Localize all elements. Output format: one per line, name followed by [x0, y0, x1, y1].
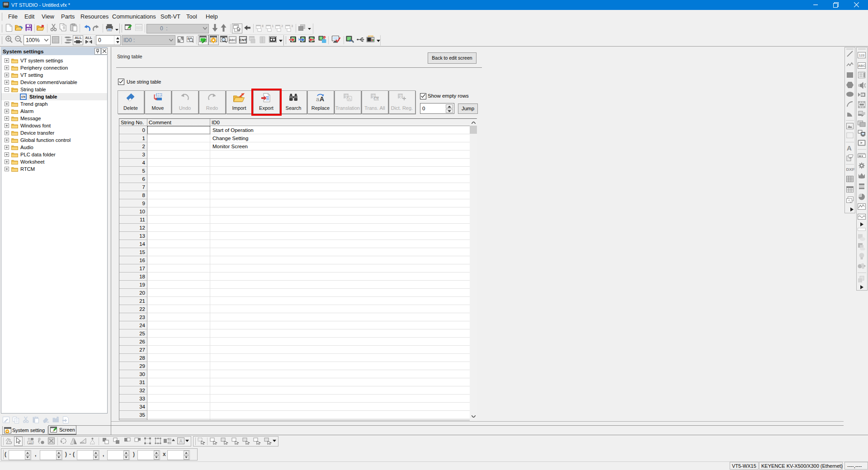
- svg-text:1: 1: [272, 24, 274, 28]
- svg-text:ALL: ALL: [374, 97, 379, 100]
- svg-text:2: 2: [281, 24, 283, 28]
- svg-text:123: 123: [859, 53, 865, 57]
- svg-text:A: A: [348, 97, 351, 101]
- svg-text:ABC: ABC: [858, 64, 866, 68]
- svg-text:A: A: [320, 95, 324, 102]
- svg-text:CNT: CNT: [240, 38, 247, 42]
- svg-text:B: B: [262, 24, 264, 28]
- svg-text:文: 文: [399, 94, 403, 99]
- svg-text:a: a: [316, 96, 320, 102]
- svg-text:STR: STR: [21, 95, 25, 99]
- svg-text:123: 123: [28, 442, 33, 444]
- svg-text:ABC: ABC: [229, 38, 236, 42]
- svg-text:3: 3: [291, 24, 293, 28]
- svg-text:A: A: [179, 439, 183, 444]
